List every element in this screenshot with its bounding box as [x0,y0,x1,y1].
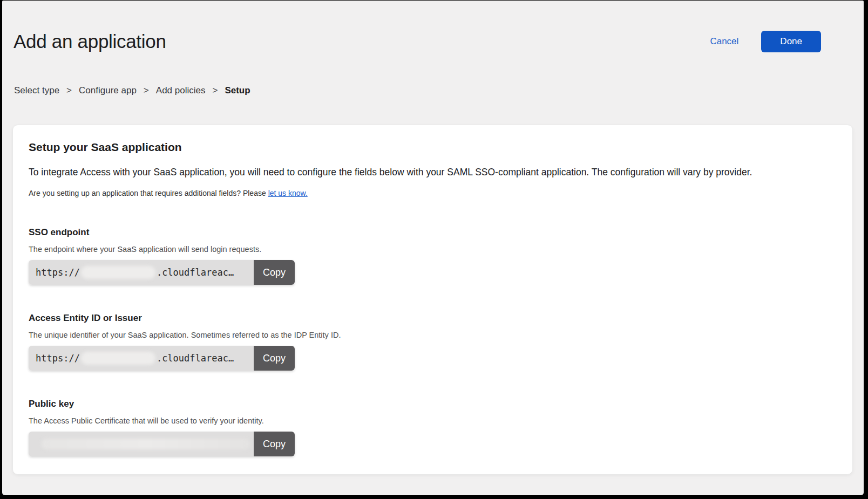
cancel-button[interactable]: Cancel [710,36,738,47]
page-title: Add an application [13,31,166,52]
sso-endpoint-field: https:// .cloudflareac… Copy [29,260,295,285]
section-description: The Access Public Certificate that will … [29,416,837,425]
top-bar: Add an application Cancel Done [2,1,864,52]
section-heading: SSO endpoint [29,227,837,238]
section-heading: Public key [29,399,837,409]
setup-card: Setup your SaaS application To integrate… [12,125,853,475]
section-sso-endpoint: SSO endpoint The endpoint where your Saa… [29,227,837,285]
section-heading: Access Entity ID or Issuer [29,313,837,324]
sso-endpoint-value: https:// .cloudflareac… [29,260,254,285]
page: Add an application Cancel Done Select ty… [2,1,864,495]
access-entity-id-value: https:// .cloudflareac… [29,346,254,371]
additional-fields-note: Are you setting up an application that r… [29,189,837,197]
card-heading: Setup your SaaS application [29,141,837,154]
copy-button[interactable]: Copy [254,346,295,371]
breadcrumb-separator: > [212,85,218,95]
intro-text: To integrate Access with your SaaS appli… [29,167,837,178]
redacted-team-name [81,352,155,365]
breadcrumb-separator: > [144,85,149,95]
value-prefix: https:// [36,267,80,278]
breadcrumb-item-setup[interactable]: Setup [225,85,250,95]
public-key-value [29,432,254,456]
value-prefix: https:// [36,353,80,364]
breadcrumb-item-add-policies[interactable]: Add policies [156,85,206,95]
public-key-field: Copy [29,432,295,456]
breadcrumb-item-select-type[interactable]: Select type [14,85,59,95]
done-button[interactable]: Done [761,31,821,52]
copy-button[interactable]: Copy [254,432,295,456]
section-access-entity-id: Access Entity ID or Issuer The unique id… [29,313,837,371]
let-us-know-link[interactable]: let us know. [268,189,308,197]
header-actions: Cancel Done [710,31,821,52]
value-suffix: .cloudflareac… [157,353,234,364]
section-description: The endpoint where your SaaS application… [29,245,837,254]
value-suffix: .cloudflareac… [157,267,234,278]
redacted-public-key [41,439,250,449]
access-entity-id-field: https:// .cloudflareac… Copy [29,346,295,371]
note-text: Are you setting up an application that r… [29,189,268,197]
breadcrumb-separator: > [66,85,72,95]
breadcrumb-item-configure-app[interactable]: Configure app [79,85,137,95]
copy-button[interactable]: Copy [254,260,295,285]
section-description: The unique identifier of your SaaS appli… [29,331,837,339]
redacted-team-name [81,266,155,279]
breadcrumb: Select type>Configure app>Add policies>S… [14,85,864,96]
section-public-key: Public key The Access Public Certificate… [29,399,837,456]
